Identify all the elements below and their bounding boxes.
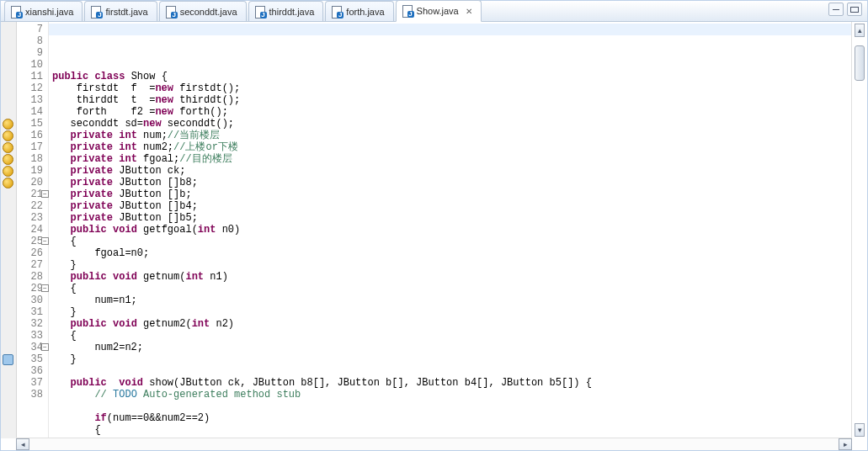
warning-marker-icon[interactable]: [3, 166, 13, 177]
task-marker-icon[interactable]: [3, 354, 13, 365]
tabbar-controls: [828, 3, 862, 16]
code-line[interactable]: {: [52, 330, 851, 342]
java-file-icon: [254, 6, 266, 18]
code-area[interactable]: public class Show { firstdt f =new first…: [49, 22, 851, 438]
line-number: 13: [17, 94, 48, 106]
tab-thirddt-java[interactable]: thirddt.java: [248, 1, 324, 21]
line-number: 34−: [17, 342, 48, 353]
code-line[interactable]: public class Show {: [52, 71, 851, 82]
code-line[interactable]: fgoal=n0;: [52, 247, 851, 259]
line-number: 24: [17, 224, 48, 236]
code-line[interactable]: if(num==0&&num2==2): [52, 412, 851, 424]
code-line[interactable]: private JButton []b;: [52, 188, 851, 200]
code-line[interactable]: num2=n2;: [52, 342, 851, 353]
code-line[interactable]: private JButton []b5;: [52, 212, 851, 224]
line-number: 37: [17, 377, 48, 389]
line-number: 29−: [17, 283, 48, 294]
warning-marker-icon[interactable]: [3, 142, 13, 153]
line-number: 15: [17, 118, 48, 130]
line-number: 8: [17, 35, 48, 47]
code-line[interactable]: public void getnum(int n1): [52, 271, 851, 283]
line-number: 38: [17, 389, 48, 401]
line-number: 12: [17, 82, 48, 94]
editor-window: xianshi.javafirstdt.javaseconddt.javathi…: [0, 0, 868, 451]
tab-label: xianshi.java: [25, 7, 73, 17]
warning-marker-icon[interactable]: [3, 154, 13, 165]
code-line[interactable]: [52, 401, 851, 412]
line-number: 20: [17, 177, 48, 188]
code-line[interactable]: private JButton []b4;: [52, 200, 851, 212]
code-line[interactable]: [52, 59, 851, 71]
tab-xianshi-java[interactable]: xianshi.java: [4, 1, 83, 21]
java-file-icon: [90, 6, 102, 18]
line-number: 17: [17, 141, 48, 153]
fold-toggle-icon[interactable]: −: [41, 190, 49, 198]
java-file-icon: [10, 6, 22, 18]
code-line[interactable]: }: [52, 353, 851, 365]
vertical-scrollbar[interactable]: ▴ ▾: [851, 22, 867, 438]
tab-label: Show.java: [417, 6, 459, 16]
line-number: 19: [17, 165, 48, 177]
line-number: 22: [17, 200, 48, 212]
code-line[interactable]: }: [52, 306, 851, 318]
fold-toggle-icon[interactable]: −: [41, 237, 49, 245]
tab-forth-java[interactable]: forth.java: [325, 1, 393, 21]
scroll-up-arrow-icon[interactable]: ▴: [855, 24, 865, 37]
code-line[interactable]: num=n1;: [52, 294, 851, 306]
line-number: 23: [17, 212, 48, 224]
scroll-left-arrow-icon[interactable]: ◂: [16, 438, 29, 450]
tab-seconddt-java[interactable]: seconddt.java: [159, 1, 247, 21]
close-tab-icon[interactable]: ✕: [466, 7, 472, 16]
code-line[interactable]: public void show(JButton ck, JButton b8[…: [52, 377, 851, 389]
scroll-right-arrow-icon[interactable]: ▸: [839, 438, 852, 450]
line-number: 26: [17, 247, 48, 259]
line-number: 14: [17, 106, 48, 118]
code-line[interactable]: {: [52, 424, 851, 436]
code-line[interactable]: }: [52, 259, 851, 271]
fold-toggle-icon[interactable]: −: [41, 284, 49, 292]
horizontal-scrollbar[interactable]: ◂ ▸: [16, 438, 852, 450]
warning-marker-icon[interactable]: [3, 178, 13, 188]
warning-marker-icon[interactable]: [3, 130, 13, 141]
line-number-gutter[interactable]: 789101112131415161718192021−22232425−262…: [17, 22, 49, 438]
line-number: 25−: [17, 236, 48, 247]
code-line[interactable]: thirddt t =new thirddt();: [52, 94, 851, 106]
code-line[interactable]: public void getnum2(int n2): [52, 318, 851, 330]
code-line[interactable]: private JButton []b8;: [52, 177, 851, 188]
code-line[interactable]: public void getfgoal(int n0): [52, 224, 851, 236]
java-file-icon: [331, 6, 343, 18]
code-line[interactable]: {: [52, 236, 851, 247]
code-line[interactable]: private int num2;//上楼or下楼: [52, 141, 851, 153]
java-file-icon: [402, 5, 413, 17]
code-line[interactable]: forth f2 =new forth();: [52, 106, 851, 118]
maximize-view-button[interactable]: [847, 3, 862, 16]
line-number: 18: [17, 153, 48, 165]
editor-area: 789101112131415161718192021−22232425−262…: [1, 22, 867, 438]
java-file-icon: [165, 6, 177, 18]
line-number: 31: [17, 306, 48, 318]
tab-bar: xianshi.javafirstdt.javaseconddt.javathi…: [1, 1, 867, 22]
code-line[interactable]: [52, 365, 851, 377]
tab-show-java[interactable]: Show.java✕: [396, 0, 482, 22]
scroll-down-arrow-icon[interactable]: ▾: [855, 423, 865, 437]
line-number: 21−: [17, 188, 48, 200]
line-number: 10: [17, 59, 48, 71]
code-line[interactable]: seconddt sd=new seconddt();: [52, 118, 851, 130]
vertical-scroll-thumb[interactable]: [855, 45, 865, 81]
tab-label: thirddt.java: [269, 7, 315, 17]
line-number: 27: [17, 259, 48, 271]
code-line[interactable]: {: [52, 283, 851, 294]
tab-label: seconddt.java: [180, 7, 237, 17]
tab-firstdt-java[interactable]: firstdt.java: [84, 1, 157, 21]
code-line[interactable]: private JButton ck;: [52, 165, 851, 177]
code-line[interactable]: // TODO Auto-generated method stub: [52, 389, 851, 401]
fold-toggle-icon[interactable]: −: [41, 343, 49, 351]
code-line[interactable]: private int num;//当前楼层: [52, 130, 851, 141]
line-number: 32: [17, 318, 48, 330]
warning-marker-icon[interactable]: [3, 119, 13, 130]
line-number: 33: [17, 330, 48, 342]
code-line[interactable]: firstdt f =new firstdt();: [52, 82, 851, 94]
minimize-view-button[interactable]: [828, 3, 844, 16]
code-line[interactable]: private int fgoal;//目的楼层: [52, 153, 851, 165]
tab-label: forth.java: [346, 7, 384, 17]
